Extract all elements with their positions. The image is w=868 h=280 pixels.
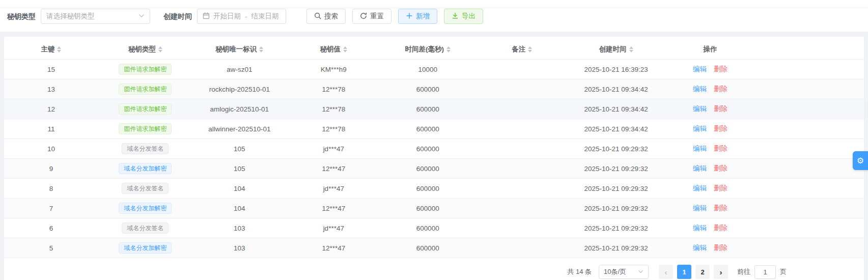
plus-icon	[406, 12, 416, 21]
start-date-placeholder: 开始日期	[213, 12, 241, 21]
goto-page-input[interactable]	[754, 265, 776, 279]
sort-asc-icon[interactable]	[343, 46, 347, 49]
column-header-1[interactable]: 秘钥类型	[98, 40, 192, 60]
edit-link[interactable]: 编辑	[693, 224, 707, 232]
sort-desc-icon[interactable]	[57, 50, 61, 52]
edit-link[interactable]: 编辑	[693, 204, 707, 212]
table-row: 15固件请求加解密aw-sz01KM***h9100002025-10-21 1…	[4, 60, 864, 79]
cell-remark	[475, 159, 569, 179]
search-button[interactable]: 搜索	[306, 9, 346, 24]
add-button-label: 新增	[416, 12, 430, 21]
cell-remark	[475, 179, 569, 199]
sort-asc-icon[interactable]	[629, 46, 633, 49]
cell-key-value: 12***47	[287, 159, 381, 179]
sort-desc-icon[interactable]	[446, 50, 451, 52]
delete-link[interactable]: 删除	[714, 85, 727, 93]
prev-page-button[interactable]: ‹	[659, 265, 673, 279]
page-size-select[interactable]: 10条/页	[599, 265, 649, 279]
filter-bar: 秘钥类型 请选择秘钥类型 创建时间 开始日期 - 结束日期 搜索 重置 新增 导…	[0, 0, 868, 32]
sort-desc-icon[interactable]	[343, 50, 347, 52]
cell-key-type: 域名分发加解密	[98, 199, 192, 218]
add-button[interactable]: 新增	[398, 9, 437, 24]
column-header-4[interactable]: 时间差(毫秒)	[381, 40, 475, 60]
cell-created-time: 2025-10-21 09:34:42	[569, 99, 663, 119]
sort-icon[interactable]	[446, 46, 451, 52]
column-header-label: 秘钥类型	[128, 45, 156, 53]
delete-link[interactable]: 删除	[714, 164, 727, 172]
export-button[interactable]: 导出	[444, 9, 483, 24]
sort-icon[interactable]	[259, 46, 263, 52]
cell-key-type: 固件请求加解密	[98, 60, 192, 79]
cell-key-type: 固件请求加解密	[98, 99, 192, 119]
cell-created-time: 2025-10-21 09:29:32	[569, 139, 663, 159]
edit-link[interactable]: 编辑	[693, 125, 707, 132]
sort-desc-icon[interactable]	[528, 50, 532, 52]
key-type-tag: 固件请求加解密	[119, 103, 172, 115]
cell-identifier: 103	[192, 218, 287, 238]
sort-desc-icon[interactable]	[259, 50, 263, 52]
key-type-label: 秘钥类型	[7, 9, 36, 24]
reset-button[interactable]: 重置	[352, 9, 391, 24]
sort-asc-icon[interactable]	[158, 46, 162, 49]
reset-button-label: 重置	[370, 12, 384, 21]
search-button-label: 搜索	[324, 12, 338, 21]
cell-primary-key: 15	[4, 60, 98, 79]
edit-link[interactable]: 编辑	[693, 65, 707, 73]
sort-icon[interactable]	[528, 46, 532, 52]
cell-actions: 编辑删除	[663, 60, 758, 79]
cell-created-time: 2025-10-21 09:29:32	[569, 159, 663, 179]
table-row: 12固件请求加解密amlogic-202510-0112***786000002…	[4, 99, 864, 119]
delete-link[interactable]: 删除	[714, 105, 727, 113]
pagination-total: 共 14 条	[567, 267, 592, 276]
cell-identifier: 105	[192, 159, 287, 179]
sort-icon[interactable]	[158, 46, 162, 52]
column-header-5[interactable]: 备注	[475, 40, 569, 60]
settings-gear-button[interactable]: ⚙	[853, 151, 868, 170]
delete-link[interactable]: 删除	[714, 204, 727, 212]
delete-link[interactable]: 删除	[714, 125, 727, 132]
sort-desc-icon[interactable]	[158, 50, 162, 52]
table-row: 11固件请求加解密allwinner-202510-0112***7860000…	[4, 119, 864, 139]
chevron-right-icon: ›	[720, 268, 722, 276]
delete-link[interactable]: 删除	[714, 65, 727, 73]
sort-icon[interactable]	[57, 46, 61, 52]
edit-link[interactable]: 编辑	[693, 145, 707, 152]
cell-key-value: 12***78	[287, 79, 381, 99]
edit-link[interactable]: 编辑	[693, 184, 707, 192]
sort-asc-icon[interactable]	[259, 46, 263, 49]
edit-link[interactable]: 编辑	[693, 105, 707, 113]
sort-desc-icon[interactable]	[629, 50, 633, 52]
sort-asc-icon[interactable]	[57, 46, 61, 49]
sort-icon[interactable]	[629, 46, 633, 52]
column-header-0[interactable]: 主键	[4, 40, 98, 60]
edit-link[interactable]: 编辑	[693, 85, 707, 93]
cell-key-value: jd***47	[287, 179, 381, 199]
page-button-2[interactable]: 2	[695, 265, 710, 279]
edit-link[interactable]: 编辑	[693, 244, 707, 251]
delete-link[interactable]: 删除	[714, 184, 727, 192]
create-time-range-picker[interactable]: 开始日期 - 结束日期	[197, 9, 286, 24]
cell-primary-key: 13	[4, 79, 98, 99]
sort-asc-icon[interactable]	[446, 46, 451, 49]
cell-key-type: 域名分发加解密	[98, 238, 192, 258]
column-header-3[interactable]: 秘钥值	[287, 40, 381, 60]
column-header-label: 创建时间	[599, 45, 627, 53]
sort-icon[interactable]	[343, 46, 347, 52]
next-page-button[interactable]: ›	[714, 265, 728, 279]
cell-key-value: jd***47	[287, 218, 381, 238]
sort-asc-icon[interactable]	[528, 46, 532, 49]
delete-link[interactable]: 删除	[714, 244, 727, 251]
column-header-2[interactable]: 秘钥唯一标识	[192, 40, 287, 60]
page-button-1[interactable]: 1	[677, 265, 691, 279]
cell-filler	[758, 199, 864, 218]
cell-key-value: KM***h9	[287, 60, 381, 79]
cell-identifier: 104	[192, 179, 287, 199]
cell-created-time: 2025-10-21 09:29:32	[569, 179, 663, 199]
cell-filler	[758, 179, 864, 199]
delete-link[interactable]: 删除	[714, 145, 727, 152]
cell-remark	[475, 218, 569, 238]
edit-link[interactable]: 编辑	[693, 164, 707, 172]
column-header-6[interactable]: 创建时间	[569, 40, 663, 60]
key-type-select[interactable]: 请选择秘钥类型	[41, 9, 150, 24]
delete-link[interactable]: 删除	[714, 224, 727, 232]
